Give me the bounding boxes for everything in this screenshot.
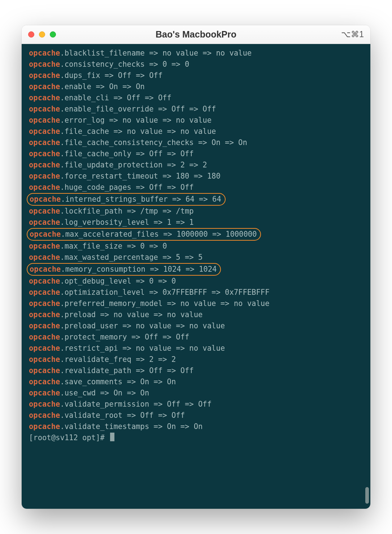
config-prefix: opcache: [29, 355, 60, 364]
config-value: .max_accelerated_files => 1000000 => 100…: [61, 230, 257, 238]
config-line: opcache.dups_fix => Off => Off: [29, 70, 363, 81]
config-value: .restrict_api => no value => no value: [60, 344, 225, 353]
config-line: opcache.file_cache_only => Off => Off: [29, 148, 363, 159]
config-line: opcache.revalidate_freq => 2 => 2: [29, 354, 363, 365]
config-line: opcache.file_cache_consistency_checks =>…: [29, 137, 363, 148]
config-line: opcache.file_update_protection => 2 => 2: [29, 159, 363, 171]
config-value: .interned_strings_buffer => 64 => 64: [61, 195, 221, 203]
config-prefix: opcache: [29, 253, 60, 262]
config-prefix: opcache: [29, 366, 60, 375]
scrollbar-thumb[interactable]: [365, 487, 369, 504]
config-value: .validate_root => Off => Off: [60, 411, 185, 420]
config-value: .force_restart_timeout => 180 => 180: [60, 172, 220, 180]
config-line: opcache.protect_memory => Off => Off: [29, 332, 363, 343]
config-value: .use_cwd => On => On: [60, 389, 149, 397]
config-value: .optimization_level => 0x7FFEBFFF => 0x7…: [60, 288, 269, 297]
config-line: opcache.validate_root => Off => Off: [29, 410, 363, 421]
config-prefix: opcache: [29, 310, 60, 319]
config-line: opcache.preferred_memory_model => no val…: [29, 298, 363, 309]
config-line: opcache.enable_cli => Off => Off: [29, 92, 363, 104]
config-line: opcache.error_log => no value => no valu…: [29, 115, 363, 126]
config-prefix: opcache: [29, 299, 60, 308]
terminal-window: Bao's MacbookPro ⌥⌘1 opcache.blacklist_f…: [22, 25, 370, 509]
config-value: .opt_debug_level => 0 => 0: [60, 277, 176, 285]
config-line: opcache.max_file_size => 0 => 0: [29, 241, 363, 252]
config-line: opcache.force_restart_timeout => 180 => …: [29, 171, 363, 182]
config-line: opcache.preload_user => no value => no v…: [29, 320, 363, 332]
config-value: .file_update_protection => 2 => 2: [60, 161, 207, 169]
config-prefix: opcache: [29, 242, 60, 250]
config-prefix: opcache: [29, 218, 60, 227]
config-line: opcache.enable => On => On: [29, 81, 363, 92]
config-line: opcache.opt_debug_level => 0 => 0: [29, 276, 363, 287]
config-line: opcache.save_comments => On => On: [29, 376, 363, 388]
config-prefix: opcache: [29, 207, 60, 215]
config-prefix: opcache: [29, 93, 60, 102]
traffic-lights: [28, 31, 56, 38]
config-value: .lockfile_path => /tmp => /tmp: [60, 207, 193, 215]
config-line: opcache.max_wasted_percentage => 5 => 5: [29, 252, 363, 263]
config-line: opcache.memory_consumption => 1024 => 10…: [29, 263, 363, 276]
config-value: .save_comments => On => On: [60, 377, 176, 386]
config-prefix: opcache: [29, 288, 60, 297]
config-line: opcache.enable_file_override => Off => O…: [29, 104, 363, 115]
config-line: opcache.max_accelerated_files => 1000000…: [29, 228, 363, 241]
config-prefix: opcache: [29, 377, 60, 386]
config-prefix: opcache: [29, 277, 60, 285]
cursor-icon: [110, 433, 114, 441]
config-value: .dups_fix => Off => Off: [60, 71, 162, 80]
config-prefix: opcache: [29, 71, 60, 80]
config-prefix: opcache: [30, 195, 61, 203]
minimize-icon[interactable]: [39, 31, 45, 38]
terminal-body[interactable]: opcache.blacklist_filename => no value =…: [22, 44, 370, 509]
config-line: opcache.log_verbosity_level => 1 => 1: [29, 217, 363, 228]
config-prefix: opcache: [29, 105, 60, 113]
config-value: .enable => On => On: [60, 82, 145, 91]
config-line: opcache.revalidate_path => Off => Off: [29, 365, 363, 376]
config-prefix: opcache: [30, 230, 61, 238]
config-prefix: opcache: [29, 411, 60, 420]
config-value: .preload_user => no value => no value: [60, 321, 225, 330]
config-value: .preload => no value => no value: [60, 310, 202, 319]
config-prefix: opcache: [29, 149, 60, 158]
highlighted-setting: opcache.memory_consumption => 1024 => 10…: [27, 263, 221, 276]
config-value: .error_log => no value => no value: [60, 116, 212, 124]
config-value: .preferred_memory_model => no value => n…: [60, 299, 269, 308]
window-title: Bao's MacbookPro: [156, 29, 236, 40]
config-prefix: opcache: [30, 265, 61, 273]
config-value: .log_verbosity_level => 1 => 1: [60, 218, 193, 227]
config-prefix: opcache: [29, 161, 60, 169]
shell-prompt[interactable]: [root@sv112 opt]#: [29, 432, 363, 443]
config-prefix: opcache: [29, 116, 60, 124]
config-prefix: opcache: [29, 333, 60, 341]
highlighted-setting: opcache.interned_strings_buffer => 64 =>…: [27, 193, 226, 206]
config-prefix: opcache: [29, 389, 60, 397]
config-value: .enable_cli => Off => Off: [60, 93, 171, 102]
config-value: .memory_consumption => 1024 => 1024: [61, 265, 217, 273]
config-prefix: opcache: [29, 49, 60, 57]
config-prefix: opcache: [29, 172, 60, 180]
config-prefix: opcache: [29, 127, 60, 136]
close-icon[interactable]: [28, 31, 34, 38]
config-line: opcache.use_cwd => On => On: [29, 388, 363, 399]
config-line: opcache.lockfile_path => /tmp => /tmp: [29, 206, 363, 217]
config-value: .file_cache_only => Off => Off: [60, 149, 193, 158]
config-value: .validate_timestamps => On => On: [60, 422, 202, 431]
titlebar: Bao's MacbookPro ⌥⌘1: [22, 25, 370, 44]
prompt-text: [root@sv112 opt]#: [29, 433, 109, 442]
config-line: opcache.validate_permission => Off => Of…: [29, 399, 363, 410]
config-line: opcache.huge_code_pages => Off => Off: [29, 182, 363, 193]
zoom-icon[interactable]: [50, 31, 56, 38]
config-line: opcache.preload => no value => no value: [29, 309, 363, 320]
config-prefix: opcache: [29, 321, 60, 330]
config-prefix: opcache: [29, 60, 60, 69]
config-value: .revalidate_path => Off => Off: [60, 366, 193, 375]
config-prefix: opcache: [29, 138, 60, 147]
config-prefix: opcache: [29, 183, 60, 192]
config-line: opcache.optimization_level => 0x7FFEBFFF…: [29, 287, 363, 298]
config-line: opcache.interned_strings_buffer => 64 =>…: [29, 193, 363, 206]
config-line: opcache.consistency_checks => 0 => 0: [29, 59, 363, 70]
config-value: .enable_file_override => Off => Off: [60, 105, 216, 113]
config-value: .consistency_checks => 0 => 0: [60, 60, 189, 69]
config-line: opcache.file_cache => no value => no val…: [29, 126, 363, 137]
